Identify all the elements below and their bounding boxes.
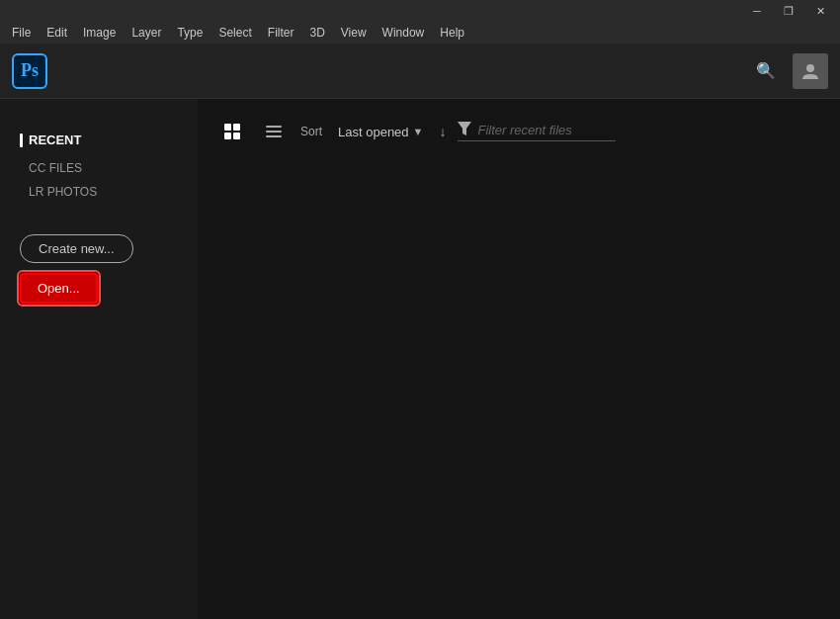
list-view-button[interactable] [259,119,289,144]
restore-button[interactable]: ❐ [773,0,804,22]
menu-item-file[interactable]: File [4,22,39,44]
create-new-button[interactable]: Create new... [20,234,133,263]
close-button[interactable]: ✕ [804,0,836,22]
sort-label: Sort [300,125,322,138]
menu-item-layer[interactable]: Layer [124,22,169,44]
sidebar-item-lr-photos[interactable]: LR PHOTOS [20,181,178,203]
filter-icon [458,122,471,138]
open-button[interactable]: Open... [20,273,98,304]
menu-item-view[interactable]: View [333,22,375,44]
sort-value: Last opened [338,125,409,139]
menu-item-select[interactable]: Select [210,22,259,44]
svg-rect-4 [233,133,240,139]
sidebar-recent-label: RECENT [20,129,178,151]
minimize-button[interactable]: ─ [741,0,773,22]
menu-item-type[interactable]: Type [169,22,210,44]
svg-rect-1 [224,124,231,131]
content-area: Sort Last opened ▼ ↓ [198,99,840,619]
menu-item-image[interactable]: Image [75,22,124,44]
svg-point-0 [806,64,814,72]
menu-item-3d[interactable]: 3D [301,22,332,44]
menubar: FileEditImageLayerTypeSelectFilter3DView… [0,22,840,44]
chevron-down-icon: ▼ [413,126,424,137]
svg-rect-2 [233,124,240,131]
sidebar: RECENT CC FILES LR PHOTOS Create new... … [0,99,198,619]
svg-rect-6 [266,131,282,133]
sidebar-item-cc-files[interactable]: CC FILES [20,157,178,179]
svg-marker-8 [458,122,471,135]
user-avatar[interactable] [793,53,828,89]
header: Ps 🔍 [0,44,840,99]
menu-item-help[interactable]: Help [432,22,472,44]
sort-dropdown[interactable]: Last opened ▼ [334,123,427,141]
menu-item-edit[interactable]: Edit [39,22,75,44]
titlebar: ─ ❐ ✕ [0,0,840,22]
main-area: RECENT CC FILES LR PHOTOS Create new... … [0,99,840,619]
svg-rect-3 [224,133,231,139]
menu-item-window[interactable]: Window [375,22,433,44]
menu-item-filter[interactable]: Filter [260,22,302,44]
svg-rect-7 [266,135,282,137]
sidebar-buttons: Create new... Open... [20,234,178,304]
grid-view-button[interactable] [217,119,247,144]
filter-container [458,122,616,141]
filter-recent-files-input[interactable] [477,123,616,137]
svg-rect-5 [266,126,282,128]
photoshop-logo: Ps [12,53,47,89]
sort-direction-button[interactable]: ↓ [439,124,446,139]
content-toolbar: Sort Last opened ▼ ↓ [217,119,820,144]
search-icon[interactable]: 🔍 [751,56,781,86]
